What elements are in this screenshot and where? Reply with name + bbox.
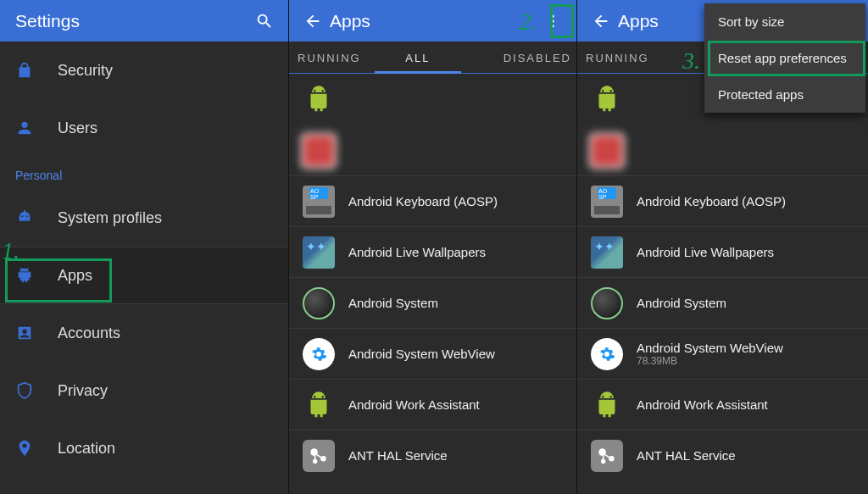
search-icon[interactable] — [248, 4, 281, 38]
app-icon — [589, 387, 625, 423]
settings-topbar: Settings — [0, 0, 288, 42]
apps-panel-a: Apps RUNNING ALL DISABLED AOSPAndroid Ke… — [288, 0, 576, 494]
svg-point-8 — [601, 458, 605, 463]
lock-icon — [15, 61, 58, 80]
apps-a-topbar: Apps — [289, 0, 576, 42]
app-icon — [589, 81, 625, 117]
sidebar-item-accounts[interactable]: Accounts — [0, 304, 288, 362]
back-icon[interactable] — [584, 4, 618, 38]
app-label: Android Keyboard (AOSP) — [348, 194, 498, 208]
app-icon — [301, 336, 337, 372]
sidebar-item-label: Privacy — [58, 382, 108, 400]
svg-point-0 — [551, 14, 554, 17]
app-item[interactable]: Android System WebView78.39MB — [577, 328, 868, 379]
sidebar-item-label: Users — [58, 119, 97, 137]
app-icon: ✦✦ — [301, 235, 337, 270]
app-icon — [589, 336, 625, 372]
app-item[interactable]: Android Work Assistant — [289, 379, 576, 430]
app-item[interactable]: ANT HAL Service — [289, 430, 576, 480]
droid-icon — [15, 266, 58, 285]
shield-icon — [15, 381, 58, 400]
app-label: Android System WebView — [637, 341, 783, 355]
svg-point-2 — [551, 25, 554, 27]
app-sublabel: 78.39MB — [637, 355, 783, 367]
app-item[interactable]: ✦✦Android Live Wallpapers — [577, 226, 868, 277]
app-item[interactable]: Android Work Assistant — [577, 379, 868, 430]
app-label: Android Live Wallpapers — [348, 245, 486, 259]
sidebar-item-label: Security — [58, 62, 113, 80]
tab-disabled[interactable]: DISABLED — [461, 42, 576, 74]
app-icon: AOSP — [301, 184, 337, 219]
overflow-menu: Sort by size Reset app preferences Prote… — [704, 3, 865, 113]
app-item[interactable] — [577, 125, 868, 175]
app-list-a: AOSPAndroid Keyboard (AOSP)✦✦Android Liv… — [289, 74, 576, 494]
apps-a-title: Apps — [330, 11, 370, 31]
app-label: Android Work Assistant — [348, 397, 480, 412]
app-item[interactable]: ANT HAL Service — [577, 430, 868, 480]
svg-point-7 — [609, 456, 615, 462]
app-label: Android System WebView — [348, 347, 495, 361]
menu-reset-app-preferences[interactable]: Reset app preferences — [704, 40, 865, 76]
app-label: Android Live Wallpapers — [637, 245, 774, 259]
sidebar-item-label: System profiles — [58, 209, 162, 227]
svg-point-5 — [313, 458, 317, 463]
sidebar-item-security[interactable]: Security — [0, 42, 288, 99]
app-list-b: AOSPAndroid Keyboard (AOSP)✦✦Android Liv… — [577, 74, 868, 494]
app-icon — [589, 133, 625, 169]
app-item[interactable]: Android System — [289, 277, 576, 328]
user-icon — [15, 119, 58, 137]
apps-tabs: RUNNING ALL DISABLED — [289, 42, 576, 74]
app-label: ANT HAL Service — [637, 448, 736, 463]
app-icon — [301, 387, 337, 423]
sidebar-item-location[interactable]: Location — [0, 419, 288, 477]
pin-icon — [15, 439, 58, 458]
tab-running[interactable]: RUNNING — [577, 42, 687, 74]
settings-panel: Settings Security Users Personal System … — [0, 0, 288, 494]
app-icon — [589, 286, 625, 321]
settings-title: Settings — [7, 11, 80, 31]
app-item[interactable]: ✦✦Android Live Wallpapers — [289, 226, 576, 277]
app-item[interactable]: Android System — [577, 277, 868, 328]
app-item[interactable]: AOSPAndroid Keyboard (AOSP) — [577, 175, 868, 226]
sidebar-item-label: Apps — [58, 267, 92, 285]
sidebar-item-system-profiles[interactable]: System profiles — [0, 189, 288, 247]
svg-point-1 — [551, 19, 554, 22]
app-item[interactable] — [289, 74, 576, 125]
app-label: Android Work Assistant — [637, 397, 768, 412]
app-item[interactable]: AOSPAndroid Keyboard (AOSP) — [289, 175, 576, 226]
sidebar-item-privacy[interactable]: Privacy — [0, 362, 288, 419]
back-icon[interactable] — [296, 4, 330, 38]
sidebar-item-apps[interactable]: Apps — [0, 247, 288, 304]
app-icon: AOSP — [589, 184, 625, 219]
robot-icon — [15, 208, 58, 227]
app-label: ANT HAL Service — [348, 448, 448, 463]
app-label: Android System — [637, 296, 726, 310]
sidebar-item-users[interactable]: Users — [0, 99, 288, 157]
app-label: Android Keyboard (AOSP) — [637, 194, 786, 208]
app-icon — [301, 438, 337, 474]
app-icon — [301, 133, 337, 169]
svg-point-4 — [320, 456, 326, 462]
app-icon — [301, 81, 337, 117]
app-item[interactable] — [289, 125, 576, 175]
account-box-icon — [15, 324, 58, 342]
sidebar-item-label: Location — [58, 440, 115, 458]
app-item[interactable]: Android System WebView — [289, 328, 576, 379]
overflow-icon[interactable] — [536, 4, 570, 38]
sidebar-item-label: Accounts — [58, 325, 120, 342]
app-label: Android System — [348, 296, 438, 310]
tab-all[interactable]: ALL — [375, 42, 462, 74]
app-icon — [301, 286, 337, 321]
app-icon — [589, 438, 625, 474]
app-icon: ✦✦ — [589, 235, 625, 270]
tab-running[interactable]: RUNNING — [289, 42, 375, 74]
menu-protected-apps[interactable]: Protected apps — [704, 76, 865, 113]
section-personal: Personal — [0, 157, 288, 189]
apps-b-title: Apps — [618, 11, 659, 31]
menu-sort-by-size[interactable]: Sort by size — [704, 3, 865, 40]
